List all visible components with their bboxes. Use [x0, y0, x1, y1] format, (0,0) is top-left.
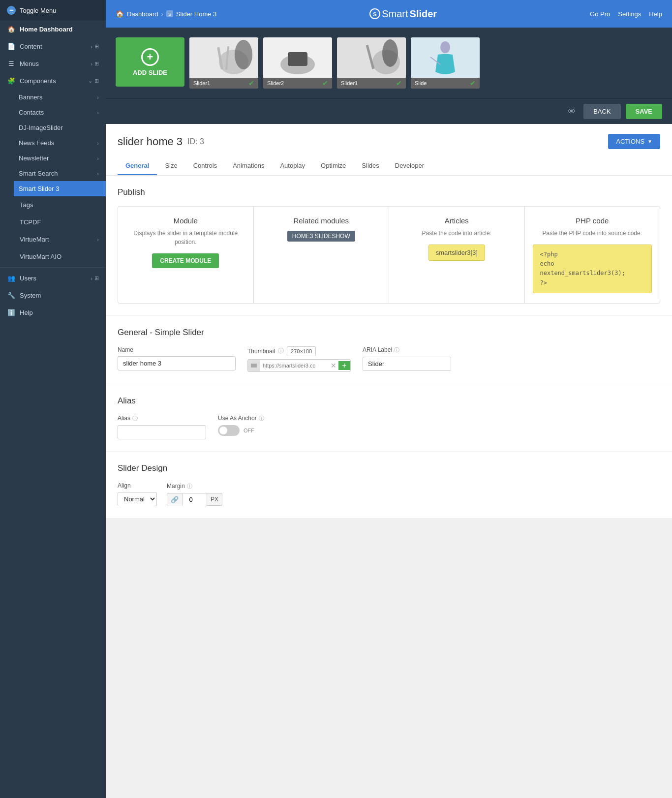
alias-field-group: Alias ⓘ	[118, 415, 206, 439]
name-field-group: Name	[118, 346, 236, 370]
chevron-right-icon: ›	[91, 61, 92, 67]
sidebar-item-label: VirtueMart	[20, 236, 49, 243]
thumbnail-label-row: Thumbnail ⓘ 270×180	[247, 346, 351, 356]
sidebar-item-label: Smart Slider 3	[19, 185, 59, 192]
slide-label-1: Slider1 ✔	[189, 78, 258, 89]
general-section-title: General - Simple Slider	[118, 328, 660, 338]
chevron-right-icon: ›	[97, 155, 99, 161]
chevron-right-icon: ›	[97, 94, 99, 100]
svg-rect-11	[288, 52, 307, 66]
help-link[interactable]: Help	[649, 10, 662, 18]
go-pro-link[interactable]: Go Pro	[590, 10, 610, 18]
php-code-card: PHP code Paste the PHP code into source …	[525, 207, 660, 303]
thumbnail-add-button[interactable]: +	[338, 361, 350, 370]
sidebar-item-virtuemart-aio[interactable]: VirtueMart AIO	[0, 248, 106, 265]
save-button[interactable]: SAVE	[626, 104, 662, 119]
tab-controls[interactable]: Controls	[185, 157, 225, 175]
tab-animations[interactable]: Animations	[225, 157, 272, 175]
design-section: Slider Design Align Normal Left Center R…	[106, 452, 672, 519]
sidebar-item-news-feeds[interactable]: News Feeds ›	[14, 135, 106, 151]
sidebar-item-label: System	[20, 292, 41, 299]
toggle-menu-button[interactable]: ☰ Toggle Menu	[0, 0, 106, 21]
use-as-anchor-label: Use As Anchor ⓘ	[218, 415, 264, 422]
articles-title: Articles	[397, 216, 517, 225]
sidebar-item-label: VirtueMart AIO	[20, 253, 61, 260]
slider-name-display: slider home 3	[118, 135, 183, 148]
sidebar-item-menus[interactable]: ☰ Menus › ⊞	[0, 55, 106, 72]
margin-input[interactable]	[183, 493, 207, 506]
tab-autoplay[interactable]: Autoplay	[272, 157, 313, 175]
tab-optimize[interactable]: Optimize	[313, 157, 354, 175]
sidebar-item-dj-imageslider[interactable]: DJ-ImageSlider	[14, 120, 106, 135]
align-select[interactable]: Normal Left Center Right	[118, 492, 157, 506]
sidebar-item-label: Home Dashboard	[20, 26, 73, 33]
general-section: General - Simple Slider Name Thumbnail ⓘ…	[106, 316, 672, 384]
sidebar-item-label: News Feeds	[19, 139, 54, 147]
php-code-desc: Paste the PHP code into source code:	[533, 229, 652, 238]
thumbnail-field-group: Thumbnail ⓘ 270×180 ✕ +	[247, 346, 351, 372]
sidebar-item-smart-slider-3[interactable]: Smart Slider 3	[14, 181, 106, 196]
check-icon: ✔	[470, 79, 476, 87]
tab-slides[interactable]: Slides	[354, 157, 387, 175]
margin-lock-button[interactable]: 🔗	[167, 493, 183, 506]
module-desc: Displays the slider in a template module…	[126, 229, 245, 246]
name-input[interactable]	[118, 356, 236, 370]
grid-icon: ⊞	[94, 78, 99, 84]
related-modules-card: Related modules HOME3 SLIDESHOW	[254, 207, 390, 303]
svg-point-17	[440, 41, 450, 53]
sidebar-item-components[interactable]: 🧩 Components ⌄ ⊞	[0, 72, 106, 90]
sidebar-item-help[interactable]: ℹ️ Help	[0, 304, 106, 321]
tab-developer[interactable]: Developer	[387, 157, 432, 175]
related-badge: HOME3 SLIDESHOW	[287, 231, 355, 242]
add-slide-button[interactable]: + ADD SLIDE	[116, 37, 184, 87]
use-as-anchor-toggle[interactable]	[218, 425, 240, 436]
breadcrumb-dashboard[interactable]: Dashboard	[127, 10, 158, 18]
publish-cards: Module Displays the slider in a template…	[118, 206, 660, 304]
tab-general[interactable]: General	[118, 157, 157, 175]
slide-thumb-3[interactable]: Slider1 ✔	[337, 37, 406, 89]
breadcrumb-current-label: Slider Home 3	[176, 10, 216, 18]
svg-text:S: S	[373, 11, 377, 17]
publish-section-title: Publish	[118, 187, 660, 197]
sidebar-item-tcpdf[interactable]: TCPDF	[0, 214, 106, 231]
svg-point-8	[235, 40, 252, 69]
sidebar-item-label: Newsletter	[19, 154, 49, 162]
sidebar-item-newsletter[interactable]: Newsletter ›	[14, 151, 106, 166]
check-icon: ✔	[248, 79, 254, 87]
toggle-row: OFF	[218, 425, 264, 436]
grid-icon: ⊞	[94, 275, 99, 281]
sidebar-item-smart-search[interactable]: Smart Search ›	[14, 166, 106, 181]
sidebar-item-label: DJ-ImageSlider	[19, 124, 63, 131]
sidebar-item-virtuemart[interactable]: VirtueMart ›	[0, 231, 106, 248]
sidebar-item-banners[interactable]: Banners ›	[14, 90, 106, 105]
articles-desc: Paste the code into article:	[397, 229, 517, 238]
sidebar-item-home-dashboard[interactable]: 🏠 Home Dashboard	[0, 21, 106, 38]
sidebar-item-content[interactable]: 📄 Content › ⊞	[0, 38, 106, 55]
preview-button[interactable]: 👁	[565, 104, 579, 119]
create-module-button[interactable]: CREATE MODULE	[152, 253, 219, 268]
home-icon: 🏠	[7, 26, 16, 33]
slide-thumb-2[interactable]: Slider2 ✔	[263, 37, 332, 89]
topbar: 🏠 Dashboard › S Slider Home 3 S Smart Sl…	[106, 0, 672, 28]
sidebar-item-users[interactable]: 👥 Users › ⊞	[0, 270, 106, 287]
back-button[interactable]: BACK	[583, 104, 620, 119]
sidebar-item-label: Components	[20, 77, 56, 85]
sidebar-item-contacts[interactable]: Contacts ›	[14, 105, 106, 120]
design-section-title: Slider Design	[118, 463, 660, 473]
settings-link[interactable]: Settings	[618, 10, 641, 18]
sidebar-item-label: Content	[20, 43, 42, 50]
actions-button[interactable]: ACTIONS ▼	[608, 134, 660, 149]
sidebar-item-tags[interactable]: Tags	[0, 196, 106, 214]
slide-thumb-4[interactable]: Slide ✔	[411, 37, 480, 89]
thumbnail-clear-button[interactable]: ✕	[329, 362, 338, 369]
aria-label-input[interactable]	[363, 357, 451, 371]
slide-thumb-1[interactable]: Slider1 ✔	[189, 37, 258, 89]
slide-image-4	[411, 37, 480, 78]
sidebar-item-label: Tags	[20, 201, 33, 209]
slider-editor-header: slider home 3 ID: 3 ACTIONS ▼	[106, 124, 672, 149]
alias-input[interactable]	[118, 425, 206, 439]
sidebar-item-system[interactable]: 🔧 System	[0, 287, 106, 304]
tab-size[interactable]: Size	[157, 157, 185, 175]
use-as-anchor-group: Use As Anchor ⓘ OFF	[218, 415, 264, 436]
thumbnail-url-input[interactable]	[260, 361, 329, 370]
